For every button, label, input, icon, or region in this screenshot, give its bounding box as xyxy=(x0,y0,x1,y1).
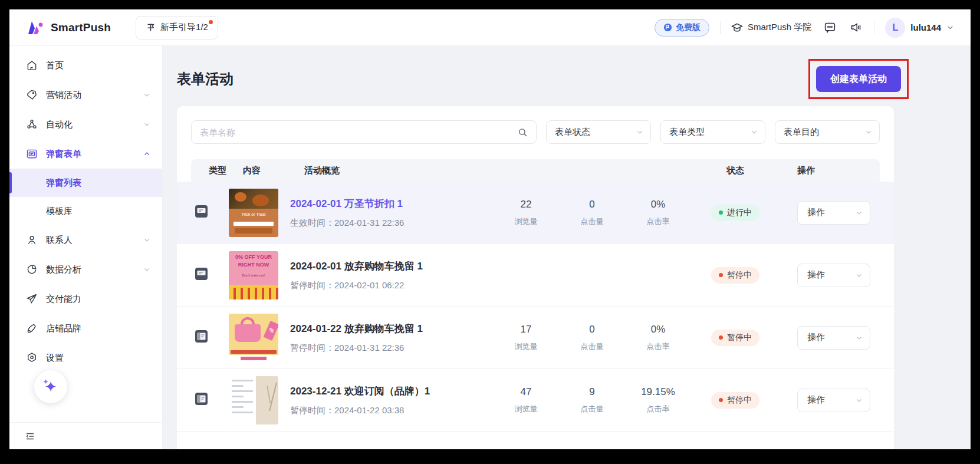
search-icon[interactable] xyxy=(518,127,528,137)
sidebar-item-label: 模板库 xyxy=(46,206,73,217)
sidebar-item-popup-forms[interactable]: 弹窗表单 xyxy=(9,139,162,169)
sidebar-item-store-brand[interactable]: 店铺品牌 xyxy=(9,314,162,343)
main-content: 表单活动 创建表单活动 表单状态 xyxy=(163,46,971,449)
announcements-button[interactable] xyxy=(848,20,863,35)
column-header-type: 类型 xyxy=(191,165,243,176)
row-actions-dropdown[interactable]: 操作 xyxy=(797,389,870,412)
form-name-search[interactable] xyxy=(191,120,537,144)
campaign-title[interactable]: 2023-12-21 欢迎订阅（品牌）1 xyxy=(290,384,487,398)
popup-type-icon xyxy=(195,205,208,218)
user-name: lulu144 xyxy=(910,22,941,32)
collapse-sidebar-button[interactable] xyxy=(25,431,35,442)
form-status-select[interactable]: 表单状态 xyxy=(546,120,651,144)
chevron-up-icon xyxy=(143,150,150,157)
sidebar-item-label: 联系人 xyxy=(46,235,135,246)
academy-link[interactable]: SmartPush 学院 xyxy=(731,22,811,34)
sidebar: 首页 营销活动 自动化 xyxy=(9,46,163,449)
action-label: 操作 xyxy=(807,269,825,281)
sidebar-item-label: 首页 xyxy=(46,60,150,71)
sidebar-item-settings[interactable]: 设置 xyxy=(9,343,162,373)
chevron-down-icon xyxy=(751,129,758,136)
campaign-thumbnail[interactable]: Trick or Treat xyxy=(229,189,278,237)
home-icon xyxy=(26,60,38,71)
ctr-label: 点击率 xyxy=(625,216,691,227)
status-badge: 暂停中 xyxy=(711,392,759,409)
divider xyxy=(720,21,721,34)
smartpush-logo-icon xyxy=(27,20,45,35)
brand-name: SmartPush xyxy=(51,21,111,34)
select-label: 表单状态 xyxy=(555,127,590,138)
form-purpose-select[interactable]: 表单目的 xyxy=(775,120,880,144)
user-menu[interactable]: L lulu144 xyxy=(885,18,954,38)
create-form-campaign-button[interactable]: 创建表单活动 xyxy=(816,66,901,92)
row-actions-dropdown[interactable]: 操作 xyxy=(797,326,870,350)
status-dot-icon xyxy=(719,210,723,215)
sidebar-item-label: 自动化 xyxy=(46,119,135,130)
form-type-select[interactable]: 表单类型 xyxy=(660,120,765,144)
table-row[interactable]: 2024-01-22 放弃购物车挽留 1 暂停时间：2024-01-31 22:… xyxy=(177,307,894,369)
avatar: L xyxy=(885,18,905,38)
sidebar-item-analytics[interactable]: 数据分析 xyxy=(9,255,162,284)
row-actions-dropdown[interactable]: 操作 xyxy=(797,264,870,287)
sidebar-item-home[interactable]: 首页 xyxy=(9,51,162,80)
feedback-button[interactable] xyxy=(822,20,837,35)
campaign-thumbnail[interactable] xyxy=(229,314,278,362)
gear-icon xyxy=(26,352,38,364)
sidebar-item-template-library[interactable]: 模板库 xyxy=(9,197,162,225)
status-badge: 暂停中 xyxy=(711,330,759,346)
sidebar-item-marketing[interactable]: 营销活动 xyxy=(9,80,162,110)
top-bar: SmartPush 新手引导1/2 免费版 SmartPush 学院 xyxy=(9,9,971,46)
views-label: 浏览量 xyxy=(493,216,559,227)
campaign-stats: 22浏览量 0点击量 0%点击率 xyxy=(493,199,691,227)
sidebar-item-popup-list[interactable]: 弹窗列表 xyxy=(9,169,162,197)
column-header-status: 状态 xyxy=(691,165,780,176)
chevron-down-icon xyxy=(143,91,150,98)
ai-assistant-button[interactable]: ✦ ✦ xyxy=(34,370,67,403)
plan-badge[interactable]: 免费版 xyxy=(655,19,709,37)
row-actions-dropdown[interactable]: 操作 xyxy=(797,201,870,225)
select-label: 表单类型 xyxy=(669,127,705,138)
select-label: 表单目的 xyxy=(784,127,819,138)
table-row[interactable]: 2023-12-21 欢迎订阅（品牌）1 暂停时间：2024-01-22 03:… xyxy=(177,369,894,432)
chevron-down-icon xyxy=(865,129,872,136)
sidebar-item-deliverability[interactable]: 交付能力 xyxy=(9,284,162,314)
plan-icon xyxy=(663,23,672,32)
speaker-icon xyxy=(850,21,862,34)
status-dot-icon xyxy=(719,335,723,340)
search-input[interactable] xyxy=(200,127,518,137)
chevron-down-icon xyxy=(856,334,863,341)
campaign-stats xyxy=(493,272,691,278)
automation-icon xyxy=(26,119,38,130)
paper-plane-icon xyxy=(26,293,38,305)
campaign-thumbnail[interactable] xyxy=(229,376,278,424)
popup-form-icon xyxy=(26,148,38,160)
sidebar-item-label: 店铺品牌 xyxy=(46,323,150,334)
sidebar-item-label: 弹窗列表 xyxy=(46,177,81,189)
table-row[interactable]: 0% OFF YOUR RIGHT NOW Don't miss out! 20… xyxy=(177,244,894,307)
campaign-time: 暂停时间：2024-02-01 06:22 xyxy=(290,280,487,291)
chevron-down-icon xyxy=(636,129,643,136)
sidebar-item-automation[interactable]: 自动化 xyxy=(9,110,162,139)
contacts-icon xyxy=(26,234,38,246)
campaign-thumbnail[interactable]: 0% OFF YOUR RIGHT NOW Don't miss out! xyxy=(229,251,278,300)
campaign-stats: 47浏览量 9点击量 19.15%点击率 xyxy=(493,386,691,414)
brand-logo[interactable]: SmartPush xyxy=(27,20,111,35)
action-label: 操作 xyxy=(807,207,825,218)
campaign-title-link[interactable]: 2024-02-01 万圣节折扣 1 xyxy=(290,197,487,210)
campaign-title[interactable]: 2024-02-01 放弃购物车挽留 1 xyxy=(290,259,487,273)
sidebar-item-label: 弹窗表单 xyxy=(46,149,135,160)
column-header-overview: 活动概览 xyxy=(304,165,691,176)
chevron-down-icon xyxy=(143,266,150,273)
chevron-down-icon xyxy=(143,236,150,243)
action-label: 操作 xyxy=(807,394,825,406)
campaign-title[interactable]: 2024-01-22 放弃购物车挽留 1 xyxy=(290,322,487,335)
table-row[interactable]: Trick or Treat 2024-02-01 万圣节折扣 1 生效时间：2… xyxy=(177,182,894,244)
campaign-time: 暂停时间：2024-01-31 22:36 xyxy=(290,343,487,354)
ctr-value: 0% xyxy=(625,199,691,210)
sidebar-item-label: 交付能力 xyxy=(46,294,150,305)
chevron-down-icon xyxy=(143,121,150,128)
sidebar-item-contacts[interactable]: 联系人 xyxy=(9,225,162,255)
brush-icon xyxy=(26,323,38,334)
status-dot-icon xyxy=(719,398,723,402)
beginner-guide-button[interactable]: 新手引导1/2 xyxy=(136,16,218,40)
